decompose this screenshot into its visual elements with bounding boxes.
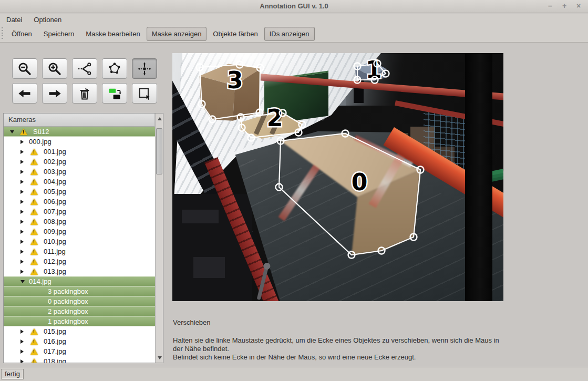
tree-row-000-jpg[interactable]: 000.jpg <box>4 137 156 147</box>
open-button[interactable]: Öffnen <box>6 27 37 41</box>
expand-icon[interactable] <box>20 260 29 264</box>
tree-row-007-jpg[interactable]: 007.jpg <box>4 207 156 217</box>
show-mask-toggle[interactable]: Maske anzeigen <box>147 27 207 41</box>
expand-icon[interactable] <box>20 349 29 354</box>
tree-row-014-jpg[interactable]: 014.jpg <box>4 276 156 286</box>
tree-row-s-12[interactable]: Sü12 <box>4 127 156 137</box>
annotation-object-0[interactable]: 0 <box>276 130 424 259</box>
tree-row-010-jpg[interactable]: 010.jpg <box>4 236 156 246</box>
warning-icon <box>30 348 38 355</box>
minimize-button[interactable]: – <box>546 2 554 10</box>
window-title: Annotation GUI v. 1.0 <box>0 2 588 10</box>
tree-item-label: 001.jpg <box>44 148 66 156</box>
move-crosshair-icon <box>137 61 152 76</box>
polygon-tool-button[interactable] <box>102 58 127 79</box>
previous-image-button[interactable] <box>12 83 37 104</box>
tree-row-004-jpg[interactable]: 004.jpg <box>4 177 156 187</box>
expand-icon[interactable] <box>20 190 29 194</box>
tree-row-001-jpg[interactable]: 001.jpg <box>4 147 156 157</box>
expand-icon[interactable] <box>20 160 29 164</box>
expand-icon[interactable] <box>20 329 29 334</box>
zoom-out-button[interactable] <box>12 58 37 79</box>
tree-row-0-packingbox[interactable]: 0 packingbox <box>4 296 156 306</box>
tree-row-015-jpg[interactable]: 015.jpg <box>4 326 156 336</box>
tree-row-011-jpg[interactable]: 011.jpg <box>4 246 156 256</box>
toolbar-grip-icon[interactable] <box>2 27 3 40</box>
tree-row-008-jpg[interactable]: 008.jpg <box>4 217 156 226</box>
annotation-object-2[interactable]: 2 <box>238 105 306 141</box>
expand-icon[interactable] <box>20 220 29 224</box>
tree-row-3-packingbox[interactable]: 3 packingbox <box>4 286 156 296</box>
expand-icon[interactable] <box>20 339 29 344</box>
camera-tree-panel: Kameras Sü12000.jpg001.jpg002.jpg003.jpg… <box>3 113 163 363</box>
tree-row-009-jpg[interactable]: 009.jpg <box>4 226 156 236</box>
tree-row-013-jpg[interactable]: 013.jpg <box>4 266 156 276</box>
tree-item-label: 010.jpg <box>44 238 66 245</box>
tree-row-016-jpg[interactable]: 016.jpg <box>4 336 156 346</box>
tree-row-003-jpg[interactable]: 003.jpg <box>4 167 156 177</box>
annotation-object-1[interactable]: 1 <box>354 56 389 84</box>
tree-row-002-jpg[interactable]: 002.jpg <box>4 157 156 167</box>
object-id-label: 2 <box>267 105 283 131</box>
tree-item-label: 007.jpg <box>44 208 66 215</box>
maximize-button[interactable]: + <box>560 2 569 10</box>
expand-icon[interactable] <box>20 250 29 254</box>
save-button[interactable]: Speichern <box>38 27 80 41</box>
zoom-in-button[interactable] <box>42 58 67 79</box>
help-line-1: Halten sie die linke Maustaste gedrückt,… <box>173 336 509 353</box>
rect-select-button[interactable] <box>132 83 157 104</box>
expand-icon[interactable] <box>20 270 29 274</box>
menu-optionen[interactable]: Optionen <box>34 16 61 24</box>
tree-row-012-jpg[interactable]: 012.jpg <box>4 256 156 266</box>
expand-icon[interactable] <box>20 359 29 363</box>
polygon-icon <box>107 61 122 76</box>
color-objects-button[interactable]: Objekte färben <box>208 27 263 41</box>
expand-icon[interactable] <box>20 210 29 214</box>
title-bar[interactable]: Annotation GUI v. 1.0 – + × <box>0 0 588 13</box>
tree-item-label: 011.jpg <box>44 248 66 255</box>
annotation-canvas[interactable]: 3 1 2 0 <box>172 53 503 301</box>
menu-bar: Datei Optionen <box>0 14 588 25</box>
move-vertex-button[interactable] <box>132 58 157 79</box>
expand-icon[interactable] <box>20 140 29 144</box>
tree-item-label: 013.jpg <box>44 267 66 275</box>
delete-object-button[interactable] <box>72 83 97 104</box>
tree-row-005-jpg[interactable]: 005.jpg <box>4 187 156 197</box>
tree-scrollbar[interactable] <box>155 114 163 363</box>
expand-icon[interactable] <box>20 230 29 234</box>
warning-icon <box>30 199 38 205</box>
tree-item-label: 012.jpg <box>44 258 66 265</box>
tree-row-018-jpg[interactable]: 018.jpg <box>4 356 156 363</box>
tree-item-label: 1 packingbox <box>48 317 88 325</box>
next-image-button[interactable] <box>42 83 67 104</box>
scroll-up-icon[interactable] <box>156 115 163 122</box>
warning-icon <box>30 249 38 255</box>
object-polygon[interactable] <box>279 133 420 255</box>
tree-item-label: 2 packingbox <box>48 307 88 315</box>
expand-icon[interactable] <box>20 170 29 174</box>
tree-item-label: 004.jpg <box>44 178 66 186</box>
tree-row-006-jpg[interactable]: 006.jpg <box>4 197 156 207</box>
expand-icon[interactable] <box>20 240 29 244</box>
tree-row-017-jpg[interactable]: 017.jpg <box>4 346 156 356</box>
scroll-down-icon[interactable] <box>156 354 163 361</box>
swap-object-color-button[interactable] <box>102 83 127 104</box>
tree-row-1-packingbox[interactable]: 1 packingbox <box>4 316 156 326</box>
expand-icon[interactable] <box>20 180 29 184</box>
expand-icon[interactable] <box>20 150 29 154</box>
scrollbar-thumb[interactable] <box>156 128 162 174</box>
warning-icon <box>30 209 38 215</box>
expand-icon[interactable] <box>20 200 29 204</box>
collapse-icon[interactable] <box>20 280 29 283</box>
show-ids-toggle[interactable]: IDs anzeigen <box>264 27 315 41</box>
arrow-left-icon <box>17 86 32 101</box>
tree-row-2-packingbox[interactable]: 2 packingbox <box>4 306 156 316</box>
annotation-object-3[interactable]: 3 <box>197 61 264 123</box>
collapse-icon[interactable] <box>10 130 18 133</box>
warning-icon <box>30 169 38 175</box>
cut-polygon-button[interactable] <box>72 58 97 79</box>
tree-header[interactable]: Kameras <box>4 114 155 127</box>
edit-mask-button[interactable]: Maske bearbeiten <box>80 27 145 41</box>
menu-datei[interactable]: Datei <box>6 16 22 24</box>
close-button[interactable]: × <box>574 2 583 10</box>
